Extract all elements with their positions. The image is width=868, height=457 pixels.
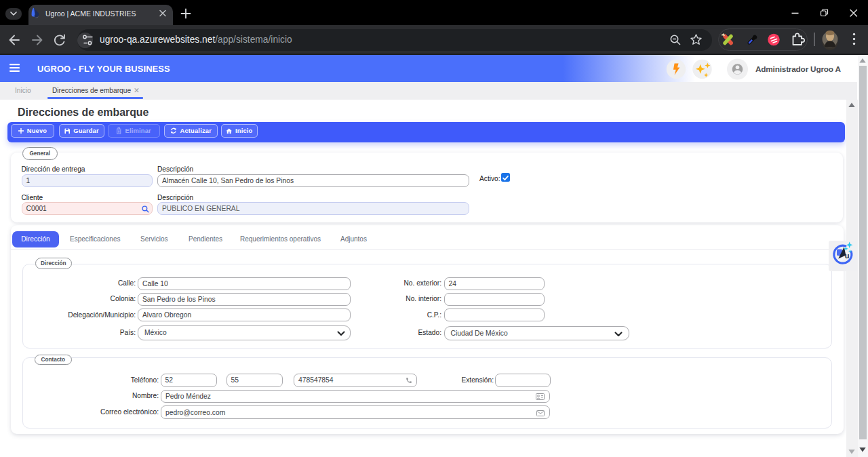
svg-text:u: u [845, 252, 850, 260]
